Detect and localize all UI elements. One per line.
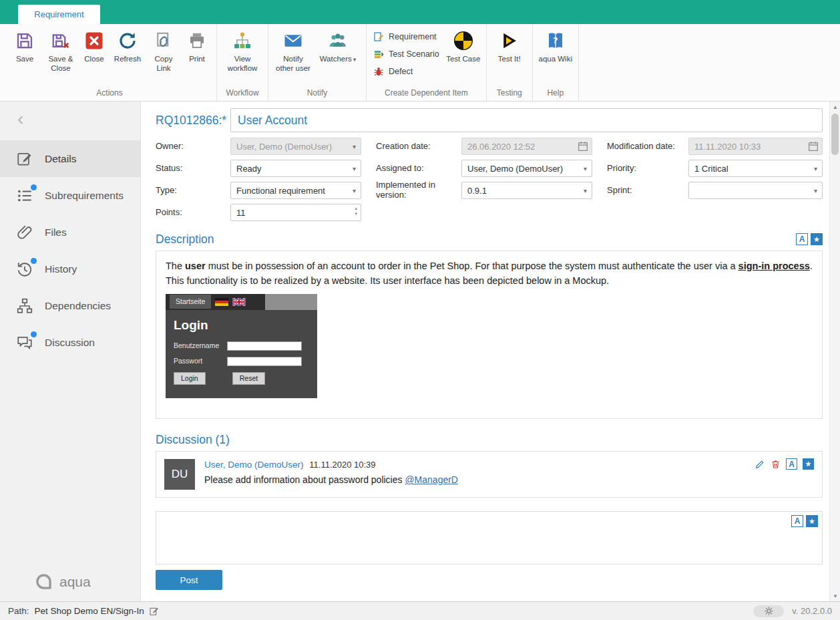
font-format-icon[interactable]: A bbox=[786, 458, 797, 470]
assigned-to-value: User, Demo (DemoUser) bbox=[467, 164, 563, 174]
speech-bubble-icon bbox=[16, 334, 33, 351]
priority-select[interactable]: 1 Critical ▾ bbox=[688, 160, 823, 177]
new-comment-input[interactable]: A ★ bbox=[156, 511, 823, 565]
comment-author-link[interactable]: User, Demo (DemoUser) bbox=[204, 460, 304, 470]
history-clock-icon bbox=[16, 261, 33, 278]
edit-path-icon[interactable] bbox=[149, 606, 160, 617]
create-requirement-button[interactable]: Requirement bbox=[371, 28, 445, 45]
favorite-star-icon[interactable]: ★ bbox=[806, 515, 818, 527]
scroll-up-arrow[interactable]: ▲ bbox=[830, 102, 840, 112]
tab-requirement[interactable]: Requirement bbox=[18, 5, 100, 24]
points-label: Points: bbox=[156, 208, 230, 218]
sidebar-item-dependencies[interactable]: Dependencies bbox=[0, 287, 140, 324]
description-header: Description A ★ bbox=[156, 230, 823, 248]
close-icon bbox=[84, 29, 104, 53]
save-and-close-button[interactable]: Save & Close bbox=[43, 24, 79, 84]
points-stepper[interactable]: 11 ▴▾ bbox=[230, 204, 361, 221]
notification-dot bbox=[31, 184, 37, 190]
assigned-to-select[interactable]: User, Demo (DemoUser) ▾ bbox=[461, 160, 592, 177]
chevron-down-icon: ▾ bbox=[814, 187, 817, 194]
status-bar-right: v. 20.2.0.0 bbox=[753, 605, 832, 617]
ribbon-group-testing: Test It! Testing bbox=[487, 24, 533, 101]
type-value: Functional requirement bbox=[236, 186, 325, 196]
modification-date-field: 11.11.2020 10:33 bbox=[688, 138, 823, 155]
implemented-in-version-value: 0.9.1 bbox=[467, 186, 487, 196]
wiki-book-icon: ? bbox=[546, 29, 566, 53]
create-defect-button[interactable]: Defect bbox=[371, 63, 445, 80]
dependencies-tree-icon bbox=[16, 297, 33, 315]
ribbon-group-label-actions: Actions bbox=[7, 86, 212, 101]
save-button[interactable]: Save bbox=[7, 24, 43, 84]
test-case-icon bbox=[453, 29, 474, 53]
save-icon bbox=[15, 29, 35, 53]
refresh-icon bbox=[118, 29, 138, 53]
mention-link[interactable]: @ManagerD bbox=[405, 474, 458, 485]
sidebar-item-discussion[interactable]: Discussion bbox=[0, 324, 140, 361]
test-scenario-icon bbox=[373, 49, 384, 59]
watchers-button-label: Watchers bbox=[320, 55, 352, 63]
status-select[interactable]: Ready ▾ bbox=[230, 160, 361, 177]
create-test-scenario-button[interactable]: Test Scenario bbox=[371, 45, 445, 63]
aqua-wiki-button[interactable]: ? aqua Wiki bbox=[537, 24, 574, 84]
sidebar-item-dependencies-label: Dependencies bbox=[45, 300, 111, 312]
scroll-down-arrow[interactable]: ▼ bbox=[830, 591, 840, 601]
print-button-label: Print bbox=[189, 55, 205, 64]
post-button[interactable]: Post bbox=[156, 570, 222, 590]
sidebar-item-subrequirements[interactable]: Subrequirements bbox=[0, 177, 140, 214]
stepper-arrows-icon[interactable]: ▴▾ bbox=[355, 206, 357, 216]
type-label: Type: bbox=[156, 186, 230, 196]
description-body[interactable]: The user must be in possession of an acc… bbox=[156, 251, 823, 419]
font-format-icon[interactable]: A bbox=[796, 233, 808, 245]
status-value: Ready bbox=[236, 164, 262, 174]
tab-requirement-label: Requirement bbox=[34, 9, 83, 19]
title-input[interactable]: User Account bbox=[230, 108, 823, 132]
german-flag-icon bbox=[215, 298, 228, 306]
implemented-in-version-select[interactable]: 0.9.1 ▾ bbox=[461, 182, 592, 199]
favorite-star-icon[interactable]: ★ bbox=[803, 458, 814, 470]
owner-value: User, Demo (DemoUser) bbox=[236, 142, 332, 152]
comment-body: User, Demo (DemoUser) 11.11.2020 10:39 P… bbox=[204, 459, 458, 490]
copy-link-button[interactable]: Copy Link bbox=[146, 24, 182, 84]
print-icon bbox=[187, 29, 207, 53]
print-button[interactable]: Print bbox=[182, 24, 212, 84]
watchers-button[interactable]: Watchers▾ bbox=[314, 24, 362, 84]
comment-timestamp: 11.11.2020 10:39 bbox=[309, 460, 375, 470]
delete-comment-icon[interactable] bbox=[771, 459, 781, 470]
mockup-tab: Startseite bbox=[170, 295, 211, 309]
favorite-star-icon[interactable]: ★ bbox=[811, 233, 823, 245]
path-value: Pet Shop Demo EN/Sign-In bbox=[35, 606, 144, 616]
sidebar-item-history[interactable]: History bbox=[0, 251, 140, 287]
type-select[interactable]: Functional requirement ▾ bbox=[230, 182, 361, 199]
test-it-button-label: Test It! bbox=[498, 55, 521, 64]
svg-text:?: ? bbox=[553, 35, 558, 45]
collapse-sidebar-chevron[interactable]: ‹ bbox=[17, 110, 23, 128]
chevron-down-icon: ▾ bbox=[353, 187, 356, 194]
copy-link-icon bbox=[154, 29, 174, 53]
notification-dot bbox=[31, 331, 37, 337]
save-and-close-button-label: Save & Close bbox=[44, 55, 77, 73]
calendar-icon bbox=[577, 140, 589, 154]
settings-pill[interactable] bbox=[753, 605, 784, 617]
close-button[interactable]: Close bbox=[79, 24, 110, 84]
sidebar-item-details[interactable]: Details bbox=[0, 140, 140, 177]
aqua-wiki-button-label: aqua Wiki bbox=[538, 55, 572, 64]
font-format-icon[interactable]: A bbox=[791, 515, 803, 527]
create-test-case-button[interactable]: Test Case bbox=[445, 24, 482, 84]
save-and-close-icon bbox=[51, 29, 71, 53]
view-workflow-button[interactable]: View workflow bbox=[221, 24, 264, 84]
chevron-down-icon: ▾ bbox=[584, 165, 587, 172]
watchers-icon bbox=[327, 29, 349, 53]
vertical-scrollbar[interactable]: ▲ ▼ bbox=[829, 102, 840, 601]
sidebar-item-files[interactable]: Files bbox=[0, 214, 140, 251]
comment-text: Please add information about password po… bbox=[204, 474, 458, 485]
description-paragraph-1: The user must be in possession of an acc… bbox=[166, 259, 813, 274]
details-edit-icon bbox=[16, 150, 33, 168]
sprint-select[interactable]: ▾ bbox=[688, 182, 823, 199]
edit-comment-icon[interactable] bbox=[755, 459, 765, 470]
notify-other-user-button[interactable]: Notify other user bbox=[272, 24, 314, 84]
scrollbar-thumb[interactable] bbox=[831, 114, 839, 155]
refresh-button[interactable]: Refresh bbox=[110, 24, 146, 84]
test-it-button[interactable]: Test It! bbox=[491, 24, 528, 84]
priority-label: Priority: bbox=[607, 164, 688, 174]
calendar-icon bbox=[807, 140, 819, 154]
